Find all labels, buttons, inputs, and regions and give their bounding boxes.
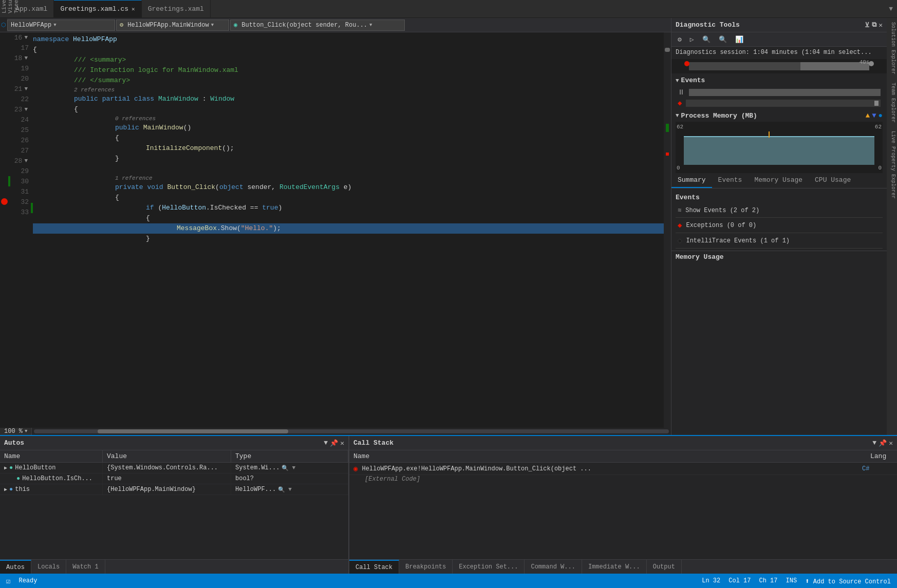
autos-cell-value-3: {HelloWPFApp.MainWindow} <box>103 484 231 495</box>
autos-dropdown-icon[interactable]: ▼ <box>324 439 328 447</box>
cs-row-1: ◉ HelloWPFApp.exe!HelloWPFApp.MainWindow… <box>349 463 897 475</box>
collapse-23[interactable]: ▼ <box>24 106 28 112</box>
events-content: ⏸ ◆ <box>671 86 887 109</box>
panel-tab-breakpoints[interactable]: Breakpoints <box>399 560 453 574</box>
var-type-2: bool? <box>235 475 254 482</box>
var-icon-1: ● <box>9 464 13 471</box>
editor-vscroll[interactable] <box>664 32 671 428</box>
magnify-icon-1[interactable]: 🔍 <box>282 465 289 471</box>
panel-tab-watch1[interactable]: Watch 1 <box>66 560 105 574</box>
diag-float-icon[interactable]: ⧉ <box>872 21 876 29</box>
autos-table-body: ▶ ● HelloButton {System.Windows.Controls… <box>0 463 348 559</box>
live-property-explorer-label[interactable]: Live Property Explorer <box>887 127 897 203</box>
diag-title: Diagnostic Tools <box>676 21 862 29</box>
events-pause-row: ⏸ <box>671 87 887 98</box>
events-section-header[interactable]: ▼ Events <box>671 74 887 86</box>
diag-close-icon[interactable]: ✕ <box>879 21 883 29</box>
code-line-28-ref: 1 reference <box>33 174 664 182</box>
autos-panel-tabs: Autos Locals Watch 1 <box>0 559 348 574</box>
h-scrollbar: 100 % ▼ <box>0 428 671 435</box>
class-dropdown[interactable]: HelloWPFApp ▼ <box>7 20 115 31</box>
status-source-control[interactable]: ⬆ Add to Source Control <box>805 577 891 585</box>
gutter-21: 21▼ <box>0 84 31 94</box>
code-area[interactable]: namespace HelloWPFApp { /// <summary> //… <box>31 32 664 428</box>
gutter-24: 24 <box>0 115 31 125</box>
autos-cell-value-1: {System.Windows.Controls.Ra... <box>103 463 231 473</box>
process-memory-header[interactable]: ▼ Process Memory (MB) ▲ ▼ ● <box>671 109 887 122</box>
solution-explorer-label[interactable]: Solution Explorer <box>887 18 897 79</box>
events-bar-2 <box>686 100 881 107</box>
autos-cell-name-3: ▶ ● this <box>0 484 103 495</box>
tab-greetings-xaml[interactable]: Greetings.xaml <box>142 0 211 17</box>
diag-tab-events[interactable]: Events <box>712 173 749 188</box>
cs-panel-tabs: Call Stack Breakpoints Exception Set... … <box>349 559 897 574</box>
tab-greetings-cs[interactable]: Greetings.xaml.cs ✕ <box>54 0 141 17</box>
panel-tab-locals[interactable]: Locals <box>31 560 66 574</box>
expand-arrow-1[interactable]: ▶ <box>4 465 7 471</box>
code-line-29: { <box>33 193 664 203</box>
events-label: Events <box>676 191 883 203</box>
panel-tab-exception-set[interactable]: Exception Set... <box>453 560 525 574</box>
magnify-icon-3[interactable]: 🔍 <box>278 486 285 493</box>
code-line-17: { <box>33 45 664 55</box>
intellitrace-text: IntelliTrace Events (1 of 1) <box>686 237 790 244</box>
editor-content[interactable]: 16▼ 17 18▼ 19 20 21▼ 22 23▼ 24 25 26 27 … <box>0 32 671 428</box>
diag-tab-summary[interactable]: Summary <box>671 173 712 188</box>
autos-cell-type-3: HelloWPF... 🔍 ▼ <box>231 484 348 495</box>
panel-tab-output[interactable]: Output <box>647 560 682 574</box>
vscroll-thumb[interactable] <box>665 48 670 52</box>
var-value-2: true <box>107 475 122 482</box>
code-line-18: /// <summary> <box>33 55 664 65</box>
callstack-dropdown-icon[interactable]: ▼ <box>872 439 876 447</box>
diag-tab-memory[interactable]: Memory Usage <box>748 173 809 188</box>
code-line-21: public partial class MainWindow : Window <box>33 94 664 104</box>
breakpoint-marker <box>666 153 669 156</box>
mem-icon-circle: ● <box>879 111 883 120</box>
method-icon: ⚙ <box>120 21 123 29</box>
expand-type-icon-3[interactable]: ▼ <box>288 486 292 492</box>
diag-tab-cpu[interactable]: CPU Usage <box>809 173 857 188</box>
cs-table-header: Name Lang <box>349 450 897 463</box>
zoom-out-icon[interactable]: 🔍 <box>716 34 730 45</box>
gutter-33: 33 <box>0 207 31 217</box>
chart-icon[interactable]: 📊 <box>732 34 746 45</box>
pause-icon[interactable]: ⏸ <box>678 88 685 97</box>
method-dropdown[interactable]: ⚙ HelloWPFApp.MainWindow ▼ <box>116 20 229 31</box>
panel-tab-callstack[interactable]: Call Stack <box>349 560 399 574</box>
navigate-icon[interactable]: ▷ <box>687 34 697 45</box>
tab-dropdown-arrow[interactable]: ▼ <box>885 0 897 17</box>
team-explorer-label[interactable]: Team Explorer <box>887 79 897 127</box>
gutter-31: 31 <box>0 186 31 197</box>
diag-pin-icon[interactable]: ⊻ <box>865 21 870 29</box>
panel-tab-command-w[interactable]: Command W... <box>525 560 582 574</box>
callstack-close-icon[interactable]: ✕ <box>889 439 893 447</box>
zoom-dropdown-arrow[interactable]: ▼ <box>25 429 27 434</box>
h-scroll-track[interactable] <box>34 429 669 433</box>
line-number-gutter: 16▼ 17 18▼ 19 20 21▼ 22 23▼ 24 25 26 27 … <box>0 32 31 428</box>
collapse-21[interactable]: ▼ <box>24 86 28 92</box>
memory-arrow-icon: ▼ <box>676 112 679 119</box>
gutter-30: 30 <box>0 176 31 186</box>
panel-tab-autos[interactable]: Autos <box>0 560 31 574</box>
expand-arrow-3[interactable]: ▶ <box>4 486 7 492</box>
panel-tab-immediate-w[interactable]: Immediate W... <box>582 560 647 574</box>
zoom-control[interactable]: 100 % ▼ <box>0 428 32 435</box>
timeline-label: 40s <box>859 59 870 65</box>
collapse-28[interactable]: ▼ <box>24 158 28 164</box>
autos-pin-icon[interactable]: 📌 <box>330 439 338 447</box>
code-line-33: } <box>33 234 664 244</box>
zoom-in-icon[interactable]: 🔍 <box>699 34 714 45</box>
diag-timeline: 40s <box>671 59 887 73</box>
expand-type-icon-1[interactable]: ▼ <box>292 465 295 471</box>
h-scroll-thumb[interactable] <box>98 429 288 433</box>
settings-icon[interactable]: ⚙ <box>675 34 685 45</box>
callstack-pin-icon[interactable]: 📌 <box>879 439 887 447</box>
mem-spike <box>769 131 770 138</box>
collapse-18[interactable]: ▼ <box>24 55 28 61</box>
diag-tabs: Summary Events Memory Usage CPU Usage <box>671 173 887 188</box>
code-line-25: InitializeComponent(); <box>33 143 664 154</box>
location-dropdown[interactable]: ◉ Button_Click(object sender, Rou... ▼ <box>230 20 405 31</box>
breakpoint-32[interactable] <box>1 198 8 205</box>
autos-close-icon[interactable]: ✕ <box>340 439 344 447</box>
collapse-16[interactable]: ▼ <box>24 34 28 41</box>
